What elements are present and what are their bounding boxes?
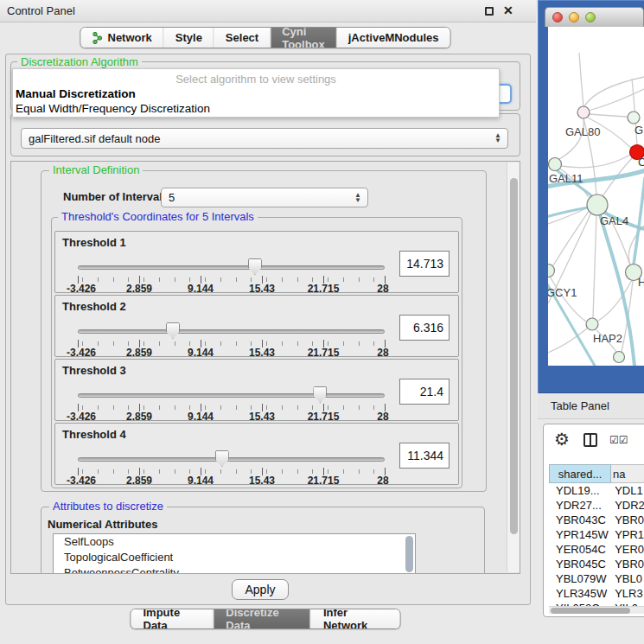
table-data-combobox[interactable]: galFiltered.sif default node ▲▼ bbox=[21, 128, 508, 149]
control-panel: Control Panel ✕ Network Style Select Cyn… bbox=[0, 0, 536, 644]
table-panel-titlebar: Table Panel bbox=[538, 393, 644, 419]
threshold-3-slider-track[interactable] bbox=[78, 393, 385, 398]
threshold-1-label: Threshold 1 bbox=[62, 236, 126, 249]
scrollbar-thumb[interactable] bbox=[551, 608, 630, 614]
table-header-row: shared... na bbox=[549, 464, 644, 483]
threshold-1-value-field[interactable]: 14.713 bbox=[399, 251, 450, 277]
select-columns-icon[interactable]: ☑☑ bbox=[609, 434, 628, 446]
list-item[interactable]: BetweennessCentrality bbox=[54, 565, 415, 574]
svg-text:H: H bbox=[638, 276, 644, 289]
list-item[interactable]: SelfLoops bbox=[54, 534, 415, 550]
table-row[interactable]: YDR27...YDR2 bbox=[549, 498, 644, 513]
stepper-icon: ▲▼ bbox=[494, 133, 501, 143]
threshold-2-value-field[interactable]: 6.316 bbox=[399, 315, 450, 341]
threshold-4-slider-handle[interactable] bbox=[215, 450, 229, 467]
table-row[interactable]: YBL079WYBL0 bbox=[549, 571, 644, 586]
numerical-attributes-label: Numerical Attributes bbox=[48, 518, 157, 531]
discretization-algorithm-title: Discretization Algorithm bbox=[17, 56, 142, 68]
threshold-3-label: Threshold 3 bbox=[62, 364, 126, 377]
float-window-icon[interactable] bbox=[485, 7, 494, 16]
table-row[interactable]: YER054CYER0 bbox=[549, 542, 644, 557]
algorithm-dropdown-popup: Select algorithm to view settings Manual… bbox=[12, 68, 500, 118]
column-header-name[interactable]: na bbox=[611, 464, 644, 483]
svg-text:HAP2: HAP2 bbox=[593, 332, 622, 345]
slider-tick-labels: -3.426 2.859 9.144 15.43 21.715 28 bbox=[78, 411, 386, 421]
settings-vertical-scrollbar[interactable] bbox=[507, 163, 520, 572]
popup-item-equal-width[interactable]: Equal Width/Frequency Discretization bbox=[16, 102, 210, 115]
tab-impute-data[interactable]: Impute Data bbox=[131, 609, 214, 628]
number-of-intervals-value: 5 bbox=[169, 191, 175, 204]
thresholds-group-title: Threshold's Coordinates for 5 Intervals bbox=[58, 211, 258, 223]
gear-icon[interactable]: ⚙ bbox=[554, 429, 570, 450]
list-scrollbar[interactable] bbox=[405, 536, 413, 572]
zoom-traffic-light[interactable] bbox=[585, 12, 596, 22]
numerical-attributes-list[interactable]: SelfLoops TopologicalCoefficient Between… bbox=[53, 533, 416, 574]
svg-text:G: G bbox=[634, 124, 643, 137]
threshold-3-value-field[interactable]: 21.4 bbox=[399, 379, 450, 405]
bottom-tabbar: Impute Data Discretize Data Infer Networ… bbox=[131, 609, 401, 629]
tab-jactivemnodules[interactable]: jActiveMNodules bbox=[337, 28, 450, 48]
popup-item-manual-discretization[interactable]: Manual Discretization bbox=[16, 87, 136, 100]
table-row[interactable]: YBR043CYBR0 bbox=[549, 513, 644, 527]
threshold-2-slider-track[interactable] bbox=[78, 329, 385, 334]
network-window-titlebar[interactable] bbox=[545, 7, 644, 27]
svg-text:C: C bbox=[638, 156, 644, 169]
table-row[interactable]: YPR145WYPR1 bbox=[549, 527, 644, 542]
attributes-group-title: Attributes to discretize bbox=[49, 501, 167, 513]
svg-text:GAL4: GAL4 bbox=[600, 214, 628, 227]
list-item[interactable]: TopologicalCoefficient bbox=[54, 550, 415, 565]
svg-text:GCY1: GCY1 bbox=[548, 286, 577, 299]
table-panel: ⚙ ☑☑ shared... na YDL19...YDL1 YDR27...Y… bbox=[543, 424, 644, 617]
table-row[interactable]: YBR045CYBR0 bbox=[549, 557, 644, 571]
number-of-intervals-label: Number of Intervals bbox=[63, 190, 169, 203]
scrollbar-thumb[interactable] bbox=[510, 178, 518, 534]
close-icon[interactable]: ✕ bbox=[503, 3, 513, 17]
network-window: GAL80GCGAL11GAL4GCY1HHAP2 bbox=[538, 0, 644, 393]
table-row[interactable]: YDL19...YDL1 bbox=[549, 483, 644, 498]
tab-network[interactable]: Network bbox=[80, 28, 163, 48]
threshold-2-slider-handle[interactable] bbox=[166, 322, 180, 339]
threshold-4-block: Threshold 4 -3.426 2.859 9.144 15.43 21.… bbox=[54, 423, 459, 485]
slider-tick-labels: -3.426 2.859 9.144 15.43 21.715 28 bbox=[78, 347, 386, 357]
settings-scroll-area: Interval Definition Number of Intervals … bbox=[10, 161, 520, 574]
table-horizontal-scrollbar[interactable] bbox=[549, 606, 644, 614]
screenshot-root: Control Panel ✕ Network Style Select Cyn… bbox=[0, 0, 644, 644]
slider-tick-labels: -3.426 2.859 9.144 15.43 21.715 28 bbox=[78, 475, 386, 485]
threshold-4-label: Threshold 4 bbox=[62, 428, 126, 441]
table-panel-title: Table Panel bbox=[551, 393, 609, 419]
threshold-1-slider-track[interactable] bbox=[78, 265, 385, 270]
svg-text:GAL80: GAL80 bbox=[565, 125, 600, 138]
network-icon bbox=[92, 32, 103, 44]
table-row[interactable]: YLR345WYLR3 bbox=[549, 586, 644, 601]
threshold-1-slider-handle[interactable] bbox=[248, 258, 262, 275]
threshold-4-slider-track[interactable] bbox=[78, 457, 385, 462]
control-panel-titlebar: Control Panel ✕ bbox=[0, 0, 536, 22]
table-panel-toolbar: ⚙ ☑☑ bbox=[544, 424, 644, 461]
node-table: shared... na YDL19...YDL1 YDR27...YDR2 Y… bbox=[549, 464, 644, 608]
column-header-shared[interactable]: shared... bbox=[549, 464, 611, 483]
top-tabbar: Network Style Select Cyni Toolbox jActiv… bbox=[80, 27, 450, 48]
close-traffic-light[interactable] bbox=[552, 12, 563, 22]
minimize-traffic-light[interactable] bbox=[569, 12, 579, 22]
interval-definition-title: Interval Definition bbox=[49, 164, 143, 176]
network-graph: GAL80GCGAL11GAL4GCY1HHAP2 bbox=[548, 27, 644, 366]
tab-infer-network[interactable]: Infer Network bbox=[311, 609, 400, 628]
tab-cyni-toolbox[interactable]: Cyni Toolbox bbox=[271, 28, 337, 48]
tab-select[interactable]: Select bbox=[214, 28, 271, 48]
threshold-3-slider-handle[interactable] bbox=[313, 386, 327, 403]
tab-style[interactable]: Style bbox=[164, 28, 214, 48]
split-columns-icon[interactable] bbox=[583, 433, 597, 447]
popup-placeholder: Select algorithm to view settings bbox=[13, 73, 499, 86]
network-canvas[interactable]: GAL80GCGAL11GAL4GCY1HHAP2 bbox=[548, 27, 644, 366]
threshold-4-value-field[interactable]: 11.344 bbox=[399, 443, 450, 469]
number-of-intervals-combobox[interactable]: 5 ▲▼ bbox=[161, 188, 368, 207]
panel-title: Control Panel bbox=[7, 0, 75, 22]
threshold-3-block: Threshold 3 -3.426 2.859 9.144 15.43 21.… bbox=[54, 359, 459, 421]
threshold-2-label: Threshold 2 bbox=[62, 300, 126, 313]
svg-text:GAL11: GAL11 bbox=[549, 172, 583, 185]
stepper-icon: ▲▼ bbox=[354, 193, 361, 203]
slider-tick-labels: -3.426 2.859 9.144 15.43 21.715 28 bbox=[78, 283, 386, 293]
tab-discretize-data[interactable]: Discretize Data bbox=[214, 609, 311, 628]
apply-button[interactable]: Apply bbox=[232, 579, 289, 600]
threshold-1-block: Threshold 1 -3.426 2.859 9.144 15.43 21.… bbox=[54, 231, 459, 293]
